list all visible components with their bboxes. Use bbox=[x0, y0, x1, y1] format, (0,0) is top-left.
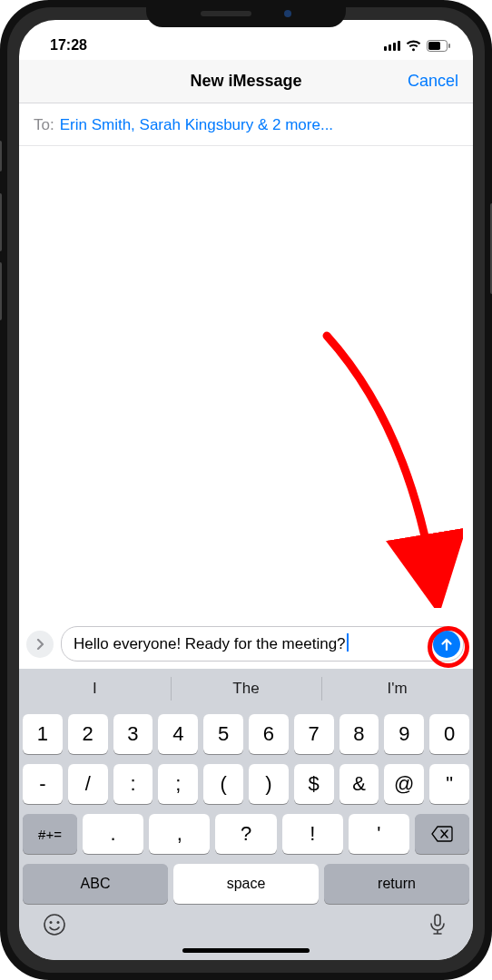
backspace-icon bbox=[431, 826, 453, 842]
svg-rect-1 bbox=[428, 42, 440, 50]
page-title: New iMessage bbox=[190, 72, 301, 91]
wifi-icon bbox=[406, 40, 421, 52]
status-time: 17:28 bbox=[50, 37, 87, 54]
notch bbox=[146, 0, 346, 27]
key-3[interactable]: 3 bbox=[113, 714, 153, 754]
nav-bar: New iMessage Cancel bbox=[19, 60, 473, 103]
svg-rect-6 bbox=[435, 915, 440, 926]
expand-apps-button[interactable] bbox=[26, 631, 54, 658]
home-indicator[interactable] bbox=[182, 948, 310, 953]
key-9[interactable]: 9 bbox=[384, 714, 424, 754]
keyboard-row-1: 1 2 3 4 5 6 7 8 9 0 bbox=[23, 714, 469, 754]
svg-rect-2 bbox=[448, 44, 450, 48]
key-at[interactable]: @ bbox=[384, 764, 424, 804]
key-amp[interactable]: & bbox=[339, 764, 379, 804]
key-8[interactable]: 8 bbox=[339, 714, 379, 754]
svg-point-3 bbox=[44, 915, 64, 935]
keyboard: 1 2 3 4 5 6 7 8 9 0 - / : ; ( ) $ & @ bbox=[19, 709, 473, 960]
microphone-icon bbox=[426, 913, 449, 936]
key-colon[interactable]: : bbox=[113, 764, 153, 804]
quicktype-bar: I The I'm bbox=[19, 669, 473, 709]
key-dash[interactable]: - bbox=[23, 764, 63, 804]
keyboard-row-3: #+= . , ? ! ' bbox=[23, 814, 469, 854]
space-key[interactable]: space bbox=[173, 864, 319, 904]
svg-point-4 bbox=[50, 921, 53, 924]
suggestion-3[interactable]: I'm bbox=[321, 669, 473, 709]
key-period[interactable]: . bbox=[83, 814, 143, 854]
volume-down bbox=[0, 262, 2, 320]
symbols-key[interactable]: #+= bbox=[23, 814, 77, 854]
key-4[interactable]: 4 bbox=[158, 714, 198, 754]
key-semicolon[interactable]: ; bbox=[158, 764, 198, 804]
keyboard-row-2: - / : ; ( ) $ & @ " bbox=[23, 764, 469, 804]
emoji-icon bbox=[43, 913, 66, 936]
return-key[interactable]: return bbox=[324, 864, 469, 904]
dictation-button[interactable] bbox=[426, 913, 449, 940]
key-5[interactable]: 5 bbox=[203, 714, 243, 754]
key-0[interactable]: 0 bbox=[429, 714, 469, 754]
message-text: Hello everyone! Ready for the meeting? bbox=[74, 635, 346, 652]
volume-up bbox=[0, 193, 2, 251]
key-exclaim[interactable]: ! bbox=[282, 814, 343, 854]
key-2[interactable]: 2 bbox=[68, 714, 108, 754]
mute-switch bbox=[0, 141, 2, 172]
recipients-list: Erin Smith, Sarah Kingsbury & 2 more... bbox=[60, 116, 333, 134]
key-dollar[interactable]: $ bbox=[294, 764, 334, 804]
conversation-area bbox=[19, 146, 473, 619]
battery-icon bbox=[427, 40, 451, 52]
key-comma[interactable]: , bbox=[149, 814, 210, 854]
suggestion-1[interactable]: I bbox=[19, 669, 171, 709]
compose-row: Hello everyone! Ready for the meeting? bbox=[19, 619, 473, 669]
key-lparen[interactable]: ( bbox=[203, 764, 243, 804]
key-6[interactable]: 6 bbox=[249, 714, 289, 754]
cancel-button[interactable]: Cancel bbox=[408, 72, 458, 91]
to-label: To: bbox=[34, 116, 54, 134]
key-7[interactable]: 7 bbox=[294, 714, 334, 754]
to-field[interactable]: To: Erin Smith, Sarah Kingsbury & 2 more… bbox=[19, 103, 473, 146]
key-rparen[interactable]: ) bbox=[249, 764, 289, 804]
message-input[interactable]: Hello everyone! Ready for the meeting? bbox=[61, 626, 464, 662]
keyboard-row-4: ABC space return bbox=[23, 864, 469, 904]
text-cursor bbox=[347, 633, 349, 652]
key-quote[interactable]: " bbox=[429, 764, 469, 804]
phone-frame: 17:28 New iMessage Cancel To: Erin Smith… bbox=[0, 0, 492, 980]
key-apostrophe[interactable]: ' bbox=[349, 814, 409, 854]
cellular-icon bbox=[384, 40, 400, 51]
key-1[interactable]: 1 bbox=[23, 714, 63, 754]
backspace-key[interactable] bbox=[415, 814, 469, 854]
suggestion-2[interactable]: The bbox=[171, 669, 322, 709]
abc-key[interactable]: ABC bbox=[23, 864, 168, 904]
send-button[interactable] bbox=[433, 631, 460, 658]
key-slash[interactable]: / bbox=[68, 764, 108, 804]
key-question[interactable]: ? bbox=[215, 814, 276, 854]
emoji-button[interactable] bbox=[43, 913, 66, 940]
svg-point-5 bbox=[57, 921, 60, 924]
screen: 17:28 New iMessage Cancel To: Erin Smith… bbox=[19, 20, 473, 960]
